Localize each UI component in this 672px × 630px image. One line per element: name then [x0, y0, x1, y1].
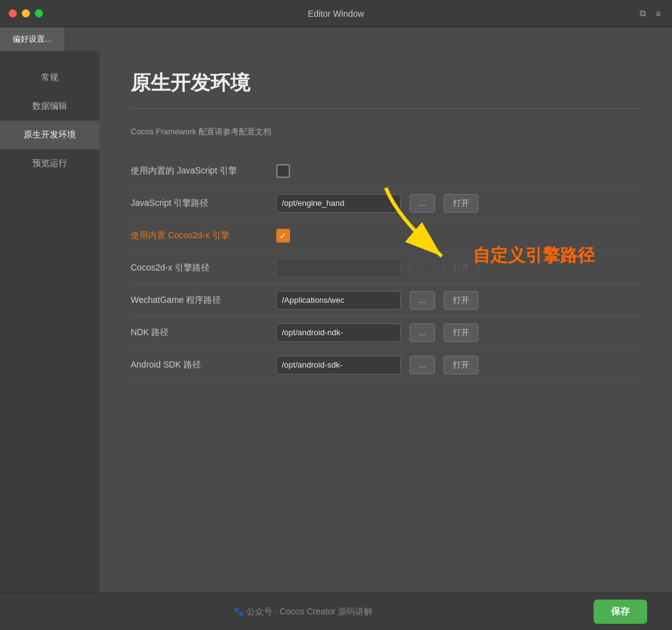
close-button[interactable] — [9, 9, 17, 17]
save-button[interactable]: 保存 — [594, 600, 647, 624]
btn-dots-ndk-path[interactable]: ... — [409, 323, 435, 342]
panel-divider — [131, 108, 641, 109]
input-cocos2dx-path[interactable] — [276, 259, 401, 277]
btn-open-ndk-path[interactable]: 打开 — [444, 323, 478, 342]
window-title: Editor Window — [308, 9, 364, 19]
btn-open-js-engine-path[interactable]: 打开 — [444, 194, 478, 213]
btn-dots-android-sdk-path[interactable]: ... — [409, 356, 435, 374]
main-panel: 原生开发环境 Cocos Framework 配置请参考配置文档 自定义引擎路径 — [100, 51, 672, 593]
maximize-button[interactable] — [35, 9, 43, 17]
sidebar-item-general[interactable]: 常规 — [0, 63, 100, 92]
input-android-sdk-path[interactable] — [276, 356, 401, 374]
content-area: 常规 数据编辑 原生开发环境 预览运行 原生开发环境 Cocos Framewo… — [0, 51, 672, 593]
label-cocos2dx-builtin: 使用内置 Cocos2d-x 引擎 — [131, 230, 268, 241]
label-ndk-path: NDK 路径 — [131, 327, 268, 338]
form-row-cocos2dx-path: Cocos2d-x 引擎路径 ... 打开 — [131, 252, 641, 284]
btn-dots-wechat-path[interactable]: ... — [409, 291, 435, 310]
sidebar-item-preview-run[interactable]: 预览运行 — [0, 149, 100, 178]
btn-open-android-sdk-path[interactable]: 打开 — [444, 356, 478, 374]
window-controls[interactable] — [9, 9, 43, 17]
bottom-bar: 🐾 公众号 · Cocos Creator 源码讲解 保存 — [0, 593, 672, 630]
watermark: 🐾 公众号 · Cocos Creator 源码讲解 — [25, 606, 581, 618]
label-js-engine-builtin: 使用内置的 JavaScript 引擎 — [131, 165, 268, 177]
form-row-cocos2dx-builtin: 使用内置 Cocos2d-x 引擎 — [131, 220, 641, 252]
label-cocos2dx-path: Cocos2d-x 引擎路径 — [131, 262, 268, 274]
label-android-sdk-path: Android SDK 路径 — [131, 359, 268, 371]
panel-title: 原生开发环境 — [131, 70, 641, 97]
form-row-ndk-path: NDK 路径 ... 打开 — [131, 317, 641, 349]
btn-dots-js-engine-path[interactable]: ... — [409, 194, 435, 213]
btn-open-wechat-path[interactable]: 打开 — [444, 291, 478, 310]
checkbox-cocos2dx-builtin[interactable] — [276, 229, 290, 243]
sidebar: 常规 数据编辑 原生开发环境 预览运行 — [0, 51, 100, 593]
minimize-button[interactable] — [22, 9, 30, 17]
titlebar: Editor Window ⧉ ≡ — [0, 0, 672, 27]
tab-bar: 偏好设置... — [0, 27, 672, 51]
window-menu-icon[interactable]: ≡ — [653, 7, 663, 20]
label-js-engine-path: JavaScript 引擎路径 — [131, 198, 268, 209]
form-row-js-engine-path: JavaScript 引擎路径 ... 打开 — [131, 187, 641, 220]
input-js-engine-path[interactable] — [276, 194, 401, 213]
btn-dots-cocos2dx-path: ... — [409, 259, 435, 277]
titlebar-right: ⧉ ≡ — [637, 7, 663, 20]
info-text: Cocos Framework 配置请参考配置文档 — [131, 126, 641, 137]
form-section: 使用内置的 JavaScript 引擎 JavaScript 引擎路径 ... … — [131, 155, 641, 381]
window-tile-icon[interactable]: ⧉ — [637, 7, 648, 20]
tab-preferences[interactable]: 偏好设置... — [0, 27, 64, 51]
input-wechat-path[interactable] — [276, 291, 401, 310]
input-ndk-path[interactable] — [276, 323, 401, 342]
app-layout: 偏好设置... 常规 数据编辑 原生开发环境 预览运行 原生开发环境 Cocos… — [0, 27, 672, 630]
form-row-js-engine-builtin: 使用内置的 JavaScript 引擎 — [131, 155, 641, 187]
checkbox-js-engine-builtin[interactable] — [276, 164, 290, 178]
sidebar-item-native-dev[interactable]: 原生开发环境 — [0, 121, 100, 149]
form-row-android-sdk-path: Android SDK 路径 ... 打开 — [131, 349, 641, 381]
sidebar-item-data-edit[interactable]: 数据编辑 — [0, 92, 100, 121]
form-row-wechat-path: WechatGame 程序路径 ... 打开 — [131, 284, 641, 317]
btn-open-cocos2dx-path: 打开 — [444, 259, 478, 277]
label-wechat-path: WechatGame 程序路径 — [131, 295, 268, 306]
